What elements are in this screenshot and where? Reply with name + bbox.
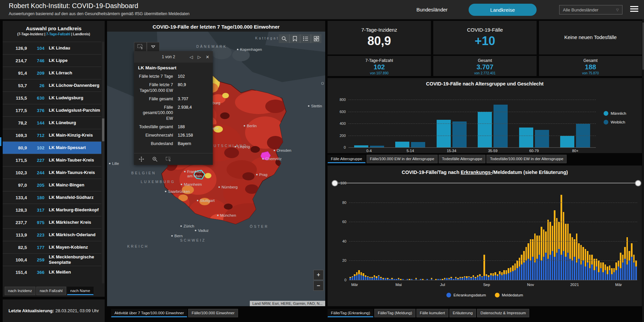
landkreis-row[interactable]: 128,3317LK Marburg-Biedenkopf <box>3 204 101 216</box>
landkreis-row[interactable]: 169,3712LK Main-Kinzig-Kreis <box>3 129 101 141</box>
svg-text:Mannheim: Mannheim <box>184 182 202 186</box>
legend-item[interactable]: Erkrankungsdatum <box>446 293 486 297</box>
popup-footer <box>134 153 213 165</box>
bundesland-dropdown[interactable]: Alle Bundesländer ▽ <box>559 5 622 14</box>
svg-text:KREICH: KREICH <box>127 244 149 248</box>
map-tabs: Aktivität über 7 Tage/100.000 EinwohnerF… <box>111 309 238 317</box>
bar-weiblich[interactable] <box>452 121 467 147</box>
row-name: LK Lippe <box>44 58 101 63</box>
age-y-tick: 800 <box>330 98 346 102</box>
landkreis-row[interactable]: 100,4259LK Mecklenburgische Seenplatte <box>3 253 101 266</box>
svg-text:Saarbrücken: Saarbrücken <box>168 189 190 193</box>
select-tool-dropdown-button[interactable] <box>147 42 160 51</box>
legend-item[interactable]: Männlich <box>604 111 626 116</box>
bar-männlich[interactable] <box>354 145 368 147</box>
page-scrollbar-thumb[interactable] <box>642 23 644 70</box>
legend-list-icon[interactable] <box>300 34 311 43</box>
landkreis-row[interactable]: 53,726LK Lüchow-Dannenberg <box>3 79 101 92</box>
svg-text:am Main: am Main <box>187 174 202 178</box>
map-tab[interactable]: Aktivität über 7 Tage/100.000 Einwohner <box>111 309 187 317</box>
basemap-grid-icon[interactable] <box>311 34 321 43</box>
sort-tab[interactable]: nach Inzidenz <box>5 287 35 295</box>
bookmark-icon[interactable] <box>290 34 300 43</box>
age-chart-x-labels: 0-45-1415-3435-5960-7980+ <box>348 149 596 153</box>
landkreis-list-scrollbar[interactable] <box>102 42 104 283</box>
svg-text:Prag: Prag <box>259 173 267 177</box>
landkreis-row[interactable]: 126,9104LK Lindau <box>3 42 101 54</box>
landkreis-row[interactable]: 91,4209LK Lörrach <box>3 67 101 79</box>
time-range-slider[interactable] <box>334 183 641 183</box>
bar-männlich[interactable] <box>437 120 451 147</box>
svg-text:SCHWEIZ: SCHWEIZ <box>180 238 206 242</box>
nav-landkreise[interactable]: Landkreise <box>469 4 537 16</box>
legend-item[interactable]: Meldedatum <box>495 293 523 297</box>
sort-tab[interactable]: nach Name <box>67 287 94 295</box>
landkreis-row[interactable]: 97,0205LK Mainz-Bingen <box>3 179 101 191</box>
timeline-tab[interactable]: Fälle kumuliert <box>416 309 448 317</box>
select-tool-button[interactable] <box>134 42 147 51</box>
landkreis-row[interactable]: 177,5376LK Ludwigslust-Parchim <box>3 104 101 116</box>
stat-subcard-fallzahl: 7-Tage-Fallzahl 102 von 107.890 <box>328 56 431 76</box>
page-scrollbar[interactable] <box>642 19 644 322</box>
zoom-to-icon[interactable] <box>152 156 158 162</box>
zoom-out-button[interactable]: − <box>313 281 324 291</box>
popup-select-icon[interactable] <box>166 157 172 162</box>
landkreis-row[interactable]: 115,5630LK Ludwigsburg <box>3 92 101 104</box>
bar-weiblich[interactable] <box>535 130 549 147</box>
popup-next-icon[interactable]: ▷ <box>198 55 201 60</box>
landkreis-row[interactable]: 80,9102LK Main-Spessart <box>3 141 101 154</box>
bar-männlich[interactable] <box>519 128 533 147</box>
landkreis-row[interactable]: 133,4180LK Mansfeld-Südharz <box>3 191 101 204</box>
landkreis-row[interactable]: 214,7746LK Lippe <box>3 54 101 67</box>
hamburger-menu-icon[interactable] <box>630 6 638 13</box>
scrollbar-thumb[interactable] <box>102 118 104 141</box>
row-fallzahl: 376 <box>27 108 44 113</box>
zoom-in-button[interactable]: + <box>313 270 324 280</box>
landkreis-row[interactable]: 102,3244LK Main-Taunus-Kreis <box>3 166 101 179</box>
landkreis-row[interactable]: 151,4366LK Meißen <box>3 266 101 278</box>
bar-weiblich[interactable] <box>370 146 384 147</box>
landkreis-sort-tabs: nach Inzidenznach Fallzahlnach Name <box>5 287 94 295</box>
bar-weiblich[interactable] <box>494 105 508 147</box>
landkreis-row[interactable]: 82,5177LK Mayen-Koblenz <box>3 241 101 253</box>
row-inzidenz: 177,5 <box>3 108 27 113</box>
page-scroll-marker[interactable] <box>0 137 1 146</box>
timeline-tab[interactable]: Erläuterung <box>449 309 476 317</box>
timeline-tab[interactable]: Fälle/Tag (Meldung) <box>374 309 415 317</box>
landkreis-row[interactable]: 78,2144LK Lüneburg <box>3 116 101 129</box>
bar-männlich[interactable] <box>560 136 574 147</box>
age-y-tick: 400 <box>330 121 346 126</box>
row-fallzahl: 227 <box>27 158 44 163</box>
search-icon[interactable] <box>279 34 290 43</box>
age-tab[interactable]: Todesfälle/100.000 EW in der Altersgrupp… <box>486 155 567 163</box>
stat-subcard-total: von 75.870 <box>539 71 642 75</box>
timeline-day-bar[interactable] <box>635 183 637 280</box>
row-inzidenz: 214,7 <box>3 58 27 63</box>
slider-handle-right[interactable] <box>635 180 641 186</box>
sort-tab[interactable]: nach Fallzahl <box>36 287 66 295</box>
map-tab[interactable]: Fälle/100.000 Einwohner <box>188 309 238 317</box>
popup-close-icon[interactable]: ✕ <box>206 55 209 60</box>
row-fallzahl: 223 <box>27 232 44 238</box>
landkreis-row[interactable]: 113,9223LK Märkisch-Oderland <box>3 228 101 241</box>
row-name: LK Lüneburg <box>44 120 101 126</box>
age-tab[interactable]: Fälle/100.000 EW in der Altersgruppe <box>367 155 438 163</box>
nav-bundeslaender[interactable]: Bundesländer <box>416 7 448 12</box>
row-name: LK Märkischer Kreis <box>44 220 101 225</box>
timeline-title: COVID-19-Fälle/Tag nach Erkrankungs-/Mel… <box>328 166 642 175</box>
slider-handle-left[interactable] <box>332 180 338 186</box>
bar-männlich[interactable] <box>478 112 492 147</box>
popup-prev-icon[interactable]: ◁ <box>190 55 193 60</box>
age-tab[interactable]: Fälle Altersgruppe <box>328 155 366 163</box>
pan-to-icon[interactable] <box>139 156 144 162</box>
timeline-tab[interactable]: Datenschutz & Impressum <box>477 309 529 317</box>
landkreis-row[interactable]: 171,5227LK Main-Tauber-Kreis <box>3 154 101 166</box>
timeline-tab[interactable]: Fälle/Tag (Erkrankung) <box>328 309 373 317</box>
legend-item[interactable]: Weiblich <box>604 120 626 124</box>
landkreis-row[interactable]: 237,7975LK Märkischer Kreis <box>3 216 101 228</box>
stat-subcard-label: Gesamt <box>433 56 537 63</box>
bar-männlich[interactable] <box>395 142 409 147</box>
age-tab[interactable]: Todesfälle Altersgruppe <box>439 155 486 163</box>
svg-text:ÖSTER: ÖSTER <box>250 224 269 228</box>
bar-weiblich[interactable] <box>411 142 425 147</box>
